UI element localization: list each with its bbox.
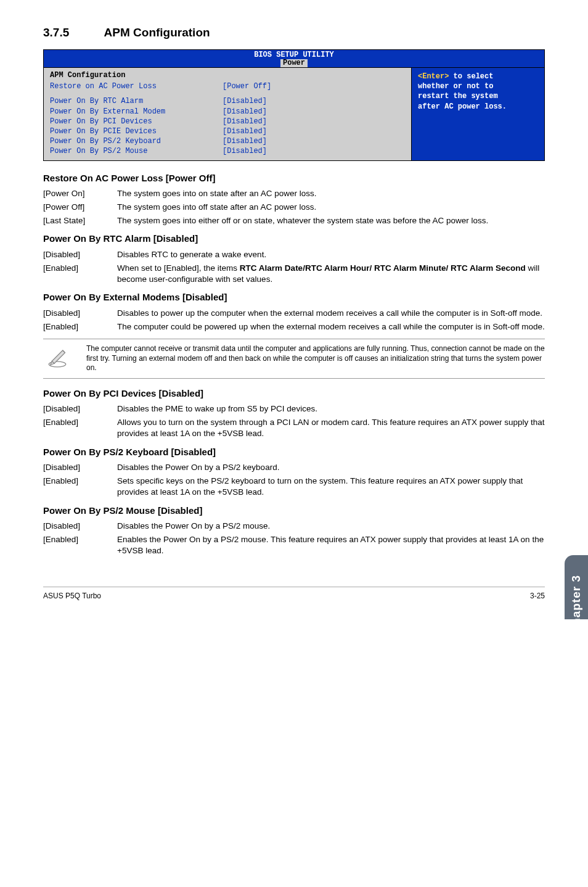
bios-setting-value: [Disabled] (223, 96, 267, 106)
option-value: Sets specific keys on the PS/2 keyboard … (117, 476, 545, 498)
option-row: [Enabled]Sets specific keys on the PS/2 … (43, 476, 545, 498)
bios-setting-row: Restore on AC Power Loss[Power Off] (50, 81, 405, 91)
bios-setting-row: Power On By PS/2 Keyboard[Disabled] (50, 136, 405, 146)
option-heading: Power On By PS/2 Mouse [Disabled] (43, 505, 545, 517)
option-heading: Power On By External Modems [Disabled] (43, 291, 545, 303)
option-key: [Enabled] (43, 321, 117, 332)
option-value: Allows you to turn on the system through… (117, 417, 545, 439)
chapter-tab: Chapter 3 (565, 555, 588, 619)
bios-setting-label: Power On By PCIE Devices (50, 126, 223, 136)
bios-setting-label: Power On By PCI Devices (50, 117, 223, 126)
bios-setting-label: Restore on AC Power Loss (50, 81, 223, 91)
bios-setting-row: Power On By RTC Alarm[Disabled] (50, 96, 405, 106)
footer-right: 3-25 (530, 591, 545, 601)
option-value: Disables the Power On by a PS/2 mouse. (117, 521, 545, 532)
option-row: [Enabled]When set to [Enabled], the item… (43, 263, 545, 285)
bios-help-key: <Enter> (418, 72, 449, 81)
option-key: [Enabled] (43, 263, 117, 285)
option-value: When set to [Enabled], the items RTC Ala… (117, 263, 545, 285)
bios-setting-value: [Disabled] (223, 146, 267, 156)
bios-left-pane: APM Configuration Restore on AC Power Lo… (44, 68, 412, 160)
option-row: [Power On]The system goes into on state … (43, 188, 545, 199)
option-value: Disables to power up the computer when t… (117, 308, 545, 319)
option-row: [Enabled]The computer could be powered u… (43, 321, 545, 332)
footer-left: ASUS P5Q Turbo (43, 591, 101, 601)
option-row: [Disabled]Disables to power up the compu… (43, 308, 545, 319)
bios-setting-label: Power On By RTC Alarm (50, 96, 223, 106)
option-row: [Disabled]Disables the Power On by a PS/… (43, 462, 545, 473)
option-key: [Enabled] (43, 476, 117, 498)
option-value: Disables the Power On by a PS/2 keyboard… (117, 462, 545, 473)
bios-setting-value: [Disabled] (223, 117, 267, 126)
option-value: Disables RTC to generate a wake event. (117, 249, 545, 260)
pencil-icon (43, 344, 71, 372)
option-key: [Disabled] (43, 462, 117, 473)
chapter-label: Chapter 3 (568, 575, 584, 619)
option-heading: Power On By RTC Alarm [Disabled] (43, 233, 545, 245)
option-key: [Power Off] (43, 202, 117, 213)
option-key: [Disabled] (43, 308, 117, 319)
bios-setting-label: Power On By PS/2 Keyboard (50, 136, 223, 146)
bios-tab: Power (280, 59, 308, 67)
option-row: [Last State]The system goes into either … (43, 215, 545, 226)
option-heading: Restore On AC Power Loss [Power Off] (43, 172, 545, 184)
option-value: The system goes into off state after an … (117, 202, 545, 213)
option-row: [Disabled]Disables the PME to wake up fr… (43, 403, 545, 415)
option-value: The system goes into on state after an A… (117, 188, 545, 199)
option-key: [Disabled] (43, 249, 117, 260)
section-heading: 3.7.5 APM Configuration (43, 25, 545, 41)
bios-setting-value: [Disabled] (223, 136, 267, 146)
option-row: [Power Off]The system goes into off stat… (43, 202, 545, 213)
option-heading: Power On By PS/2 Keyboard [Disabled] (43, 446, 545, 458)
bios-setting-row: Power On By PS/2 Mouse[Disabled] (50, 146, 405, 156)
note-text: The computer cannot receive or transmit … (86, 344, 545, 373)
bios-setting-label: Power On By PS/2 Mouse (50, 146, 223, 156)
option-key: [Disabled] (43, 521, 117, 532)
option-key: [Last State] (43, 215, 117, 226)
note-block: The computer cannot receive or transmit … (43, 339, 545, 379)
option-row: [Disabled]Disables RTC to generate a wak… (43, 249, 545, 260)
bios-panel-title: APM Configuration (50, 70, 405, 80)
bios-title: BIOS SETUP UTILITY (44, 51, 544, 59)
option-row: [Enabled]Enables the Power On by a PS/2 … (43, 534, 545, 556)
bios-setting-value: [Disabled] (223, 107, 267, 117)
bios-header: BIOS SETUP UTILITY Power (44, 50, 544, 67)
bios-panel: BIOS SETUP UTILITY Power APM Configurati… (43, 49, 545, 161)
option-value: The computer could be powered up when th… (117, 321, 545, 332)
bios-setting-value: [Disabled] (223, 126, 267, 136)
bios-setting-label: Power On By External Modem (50, 107, 223, 117)
option-key: [Disabled] (43, 403, 117, 415)
page-footer: ASUS P5Q Turbo 3-25 (43, 587, 545, 601)
section-title: APM Configuration (104, 26, 210, 39)
bios-setting-row: Power On By PCI Devices[Disabled] (50, 117, 405, 126)
bios-setting-row: Power On By PCIE Devices[Disabled] (50, 126, 405, 136)
option-key: [Power On] (43, 188, 117, 199)
option-value: Enables the Power On by a PS/2 mouse. Th… (117, 534, 545, 556)
option-heading: Power On By PCI Devices [Disabled] (43, 387, 545, 400)
option-row: [Enabled]Allows you to turn on the syste… (43, 417, 545, 439)
option-row: [Disabled]Disables the Power On by a PS/… (43, 521, 545, 532)
bios-setting-row: Power On By External Modem[Disabled] (50, 107, 405, 117)
option-value: The system goes into either off or on st… (117, 215, 545, 226)
bios-setting-value: [Power Off] (223, 81, 271, 91)
option-key: [Enabled] (43, 417, 117, 439)
option-value: Disables the PME to wake up from S5 by P… (117, 403, 545, 415)
bios-help-pane: <Enter> to select whether or not to rest… (412, 68, 544, 160)
option-key: [Enabled] (43, 534, 117, 556)
section-number: 3.7.5 (43, 25, 101, 41)
